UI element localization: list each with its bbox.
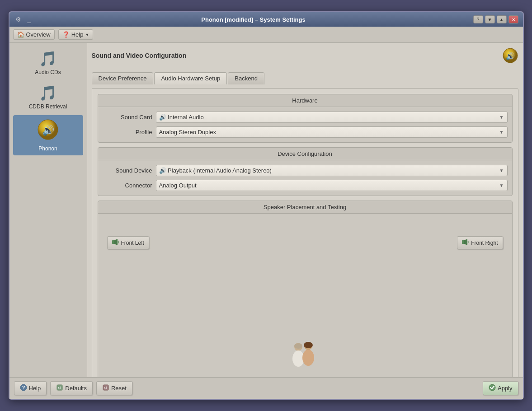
tab-device-preference-label: Device Preference bbox=[99, 75, 147, 82]
overview-button[interactable]: 🏠 Overview bbox=[13, 29, 55, 40]
sound-card-row: Sound Card 🔊 Internal Audio bbox=[103, 112, 508, 123]
tab-backend-label: Backend bbox=[235, 75, 258, 82]
tab-content: Hardware Sound Card 🔊 Internal Audio Pr bbox=[92, 88, 518, 377]
reset-button[interactable]: ↺ Reset bbox=[96, 381, 132, 395]
sound-device-select-wrapper: 🔊 Playback (Internal Audio Analog Stereo… bbox=[156, 165, 508, 176]
profile-select-wrapper: Analog Stereo Duplex Analog Stereo Outpu… bbox=[156, 126, 508, 138]
apply-label: Apply bbox=[498, 385, 513, 392]
hardware-group: Hardware Sound Card 🔊 Internal Audio Pr bbox=[98, 94, 513, 143]
front-right-button[interactable]: Front Right bbox=[457, 236, 503, 249]
svg-point-12 bbox=[304, 342, 313, 348]
front-left-label: Front Left bbox=[121, 240, 144, 246]
tab-audio-hardware-setup-label: Audio Hardware Setup bbox=[161, 75, 220, 82]
bottom-right-buttons: Apply bbox=[483, 381, 518, 395]
sound-device-select[interactable]: 🔊 Playback (Internal Audio Analog Stereo… bbox=[156, 165, 508, 176]
device-config-group: Device Configuration Sound Device 🔊 Play… bbox=[98, 147, 513, 196]
titlebar: ⚙ _ Phonon [modified] – System Settings … bbox=[9, 12, 523, 27]
svg-marker-7 bbox=[464, 239, 467, 245]
hardware-group-body: Sound Card 🔊 Internal Audio Profile bbox=[98, 107, 512, 142]
front-right-speaker-icon bbox=[462, 239, 469, 247]
svg-rect-4 bbox=[112, 240, 114, 244]
help-button[interactable]: ❓ Help ▼ bbox=[58, 29, 94, 40]
hardware-group-title: Hardware bbox=[98, 94, 512, 107]
section-title: Sound and Video Configuration bbox=[92, 52, 187, 59]
sidebar-item-cddb-label: CDDB Retrieval bbox=[29, 103, 67, 110]
overview-icon: 🏠 bbox=[17, 31, 24, 38]
sidebar: 🎵 Audio CDs 🎵 CDDB Retrieval bbox=[9, 43, 87, 377]
toolbar: 🏠 Overview ❓ Help ▼ bbox=[9, 27, 523, 43]
device-config-title: Device Configuration bbox=[98, 148, 512, 160]
connector-row: Connector Analog Output Digital Output bbox=[103, 180, 508, 191]
audio-cds-icon: 🎵 bbox=[39, 50, 57, 67]
sound-device-label: Sound Device bbox=[103, 167, 152, 174]
speaker-placement-area: Speaker Placement and Testing bbox=[98, 201, 513, 377]
defaults-icon: ↺ bbox=[56, 384, 63, 392]
help-btn[interactable]: ? bbox=[473, 15, 483, 23]
help-bottom-icon: ? bbox=[20, 384, 27, 392]
apply-button[interactable]: Apply bbox=[483, 381, 518, 395]
bottom-left-buttons: ? Help ↺ Defaults ↺ bbox=[14, 381, 132, 395]
content-area: 🎵 Audio CDs 🎵 CDDB Retrieval bbox=[9, 43, 523, 377]
defaults-button[interactable]: ↺ Defaults bbox=[50, 381, 93, 395]
apply-icon bbox=[489, 384, 496, 392]
sidebar-item-cddb[interactable]: 🎵 CDDB Retrieval bbox=[13, 81, 83, 113]
profile-select[interactable]: Analog Stereo Duplex Analog Stereo Outpu… bbox=[156, 126, 508, 138]
sidebar-item-audio-cds[interactable]: 🎵 Audio CDs bbox=[13, 47, 83, 79]
listener-icon bbox=[289, 341, 321, 370]
profile-row: Profile Analog Stereo Duplex Analog Ster… bbox=[103, 126, 508, 138]
overview-label: Overview bbox=[26, 31, 51, 38]
reset-icon: ↺ bbox=[102, 384, 109, 392]
connector-select-wrapper: Analog Output Digital Output bbox=[156, 180, 508, 191]
svg-text:🔊: 🔊 bbox=[42, 124, 55, 136]
sound-card-select[interactable]: 🔊 Internal Audio bbox=[156, 112, 508, 123]
maximize-btn[interactable]: ▲ bbox=[497, 15, 507, 23]
device-config-body: Sound Device 🔊 Playback (Internal Audio … bbox=[98, 160, 512, 196]
settings-icon[interactable]: ⚙ bbox=[14, 15, 23, 24]
header-row: Sound and Video Configuration 🔊 bbox=[92, 47, 518, 65]
minimize-icon[interactable]: _ bbox=[25, 15, 34, 24]
main-window: ⚙ _ Phonon [modified] – System Settings … bbox=[9, 11, 524, 400]
front-left-button[interactable]: Front Left bbox=[107, 236, 149, 249]
svg-text:↺: ↺ bbox=[104, 386, 108, 390]
svg-rect-6 bbox=[462, 240, 464, 244]
sound-card-select-wrapper: 🔊 Internal Audio bbox=[156, 112, 508, 123]
sidebar-item-phonon[interactable]: 🔊 Phonon bbox=[13, 115, 83, 155]
tab-backend[interactable]: Backend bbox=[228, 72, 264, 84]
phonon-icon: 🔊 bbox=[37, 119, 59, 144]
svg-text:↺: ↺ bbox=[58, 386, 61, 390]
window-controls: ? ▼ ▲ ✕ bbox=[473, 15, 518, 23]
dropdown-arrow-icon: ▼ bbox=[85, 33, 89, 37]
svg-marker-5 bbox=[114, 239, 118, 245]
bottombar: ? Help ↺ Defaults ↺ bbox=[9, 377, 523, 399]
tabs: Device Preference Audio Hardware Setup B… bbox=[92, 72, 518, 84]
speaker-area-body: Front Left Front Right bbox=[98, 214, 512, 377]
svg-text:🔊: 🔊 bbox=[506, 52, 515, 61]
window-title: Phonon [modified] – System Settings bbox=[34, 16, 473, 23]
svg-point-11 bbox=[302, 350, 314, 366]
close-btn[interactable]: ✕ bbox=[508, 15, 518, 23]
front-left-speaker-icon bbox=[112, 239, 119, 247]
connector-select[interactable]: Analog Output Digital Output bbox=[156, 180, 508, 191]
roll-down-btn[interactable]: ▼ bbox=[485, 15, 495, 23]
sound-device-row: Sound Device 🔊 Playback (Internal Audio … bbox=[103, 165, 508, 176]
main-content: Sound and Video Configuration 🔊 bbox=[87, 43, 523, 377]
front-right-label: Front Right bbox=[471, 240, 498, 246]
tab-device-preference[interactable]: Device Preference bbox=[92, 72, 154, 84]
sidebar-item-audio-cds-label: Audio CDs bbox=[35, 69, 61, 75]
help-bottom-button[interactable]: ? Help bbox=[14, 381, 47, 395]
help-label: Help bbox=[71, 31, 84, 38]
reset-label: Reset bbox=[111, 385, 127, 392]
tab-audio-hardware-setup[interactable]: Audio Hardware Setup bbox=[154, 72, 227, 84]
sidebar-item-phonon-label: Phonon bbox=[38, 145, 57, 152]
defaults-label: Defaults bbox=[65, 385, 87, 392]
sound-card-label: Sound Card bbox=[103, 114, 152, 121]
cddb-icon: 🎵 bbox=[39, 84, 57, 102]
section-icon: 🔊 bbox=[502, 47, 518, 65]
help-bottom-label: Help bbox=[29, 385, 41, 392]
titlebar-left-controls: ⚙ _ bbox=[14, 15, 34, 24]
svg-text:?: ? bbox=[22, 385, 25, 390]
svg-point-13 bbox=[294, 343, 302, 349]
connector-label: Connector bbox=[103, 182, 152, 189]
profile-label: Profile bbox=[103, 129, 152, 135]
speaker-placement-title: Speaker Placement and Testing bbox=[98, 201, 512, 214]
